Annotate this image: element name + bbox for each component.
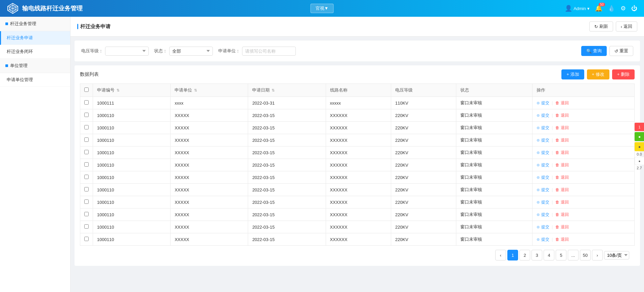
row-checkbox-10[interactable] bbox=[84, 224, 89, 229]
voltage-select[interactable]: 110KV 220KV 500KV bbox=[105, 47, 149, 56]
sidebar-item-unit-management-label: 申请单位管理 bbox=[7, 77, 33, 82]
float-btn-green[interactable]: ● bbox=[635, 132, 644, 141]
table-row: 1000110 XXXXX 2022-03-15 XXXXXX 220KV 窗口… bbox=[80, 147, 635, 159]
row-voltage-7: 220KV bbox=[391, 184, 456, 196]
row-id-6: 1000110 bbox=[93, 171, 171, 184]
notification-button[interactable]: 🔔 50 bbox=[595, 5, 602, 12]
page-50-button[interactable]: 50 bbox=[580, 250, 591, 260]
submit-link-9[interactable]: ⊙ 提交 bbox=[537, 212, 549, 218]
page-title: 杆迁业务申请 bbox=[77, 23, 110, 30]
return-link-3[interactable]: 🗑 退回 bbox=[555, 137, 568, 143]
row-line-7: XXXXXX bbox=[326, 184, 391, 196]
table-row: 1000110 XXXXX 2022-03-15 XXXXXX 220KV 窗口… bbox=[80, 221, 635, 233]
row-checkbox-7[interactable] bbox=[84, 187, 89, 191]
row-voltage-3: 220KV bbox=[391, 134, 456, 147]
row-voltage-10: 220KV bbox=[391, 221, 456, 233]
prev-page-button[interactable]: ‹ bbox=[495, 250, 506, 260]
page-2-button[interactable]: 2 bbox=[519, 250, 530, 260]
page-size-select[interactable]: 10条/页 20条/页 50条/页 bbox=[604, 251, 629, 259]
admin-button[interactable]: 👤 Admin ▾ bbox=[565, 5, 590, 12]
status-select[interactable]: 全部 窗口未审核 已审核 已退回 bbox=[169, 47, 213, 56]
row-line-5: XXXXXX bbox=[326, 159, 391, 171]
delete-button[interactable]: + 删除 bbox=[612, 69, 635, 79]
row-id-2: 1000110 bbox=[93, 122, 171, 134]
row-unit-9: XXXXX bbox=[171, 209, 248, 221]
sidebar-item-unit-management[interactable]: 申请单位管理 bbox=[0, 73, 70, 87]
row-checkbox-0[interactable] bbox=[84, 100, 89, 105]
row-checkbox-11[interactable] bbox=[84, 237, 89, 241]
sort-icon-unit[interactable]: ⇅ bbox=[194, 88, 197, 92]
page-5-button[interactable]: 5 bbox=[556, 250, 566, 260]
row-line-6: XXXXXX bbox=[326, 171, 391, 184]
sidebar-item-application[interactable]: 杆迁业务申请 bbox=[0, 31, 70, 45]
submit-link-6[interactable]: ⊙ 提交 bbox=[537, 175, 549, 180]
table-row: 1000110 XXXXX 2022-03-15 XXXXXX 220KV 窗口… bbox=[80, 209, 635, 221]
row-checkbox-cell bbox=[80, 97, 93, 109]
submit-link-2[interactable]: ⊙ 提交 bbox=[537, 125, 549, 131]
back-button[interactable]: ‹ 返回 bbox=[616, 21, 637, 32]
sort-icon-id[interactable]: ⇅ bbox=[117, 88, 120, 92]
submit-link-0[interactable]: ⊙ 提交 bbox=[537, 100, 549, 106]
settings-button[interactable]: ⚙ bbox=[620, 5, 626, 12]
org-selector-wrapper[interactable]: 官视▼ bbox=[311, 4, 334, 13]
return-link-11[interactable]: 🗑 退回 bbox=[555, 237, 568, 242]
return-link-4[interactable]: 🗑 退回 bbox=[555, 150, 568, 156]
query-button[interactable]: 🔍 查询 bbox=[581, 46, 607, 56]
return-link-8[interactable]: 🗑 退回 bbox=[555, 199, 568, 205]
row-checkbox-1[interactable] bbox=[84, 113, 89, 117]
row-checkbox-8[interactable] bbox=[84, 199, 89, 204]
page-3-button[interactable]: 3 bbox=[532, 250, 542, 260]
page-4-button[interactable]: 4 bbox=[544, 250, 554, 260]
return-link-5[interactable]: 🗑 退回 bbox=[555, 162, 568, 168]
return-link-2[interactable]: 🗑 退回 bbox=[555, 125, 568, 131]
sort-icon-date[interactable]: ⇅ bbox=[272, 88, 275, 92]
row-checkbox-4[interactable] bbox=[84, 150, 89, 154]
submit-link-5[interactable]: ⊙ 提交 bbox=[537, 162, 549, 168]
return-link-1[interactable]: 🗑 退回 bbox=[555, 113, 568, 118]
row-checkbox-3[interactable] bbox=[84, 137, 89, 142]
float-btn-yellow[interactable]: ● bbox=[635, 142, 644, 151]
sidebar-group-1-title: 杆迁业务管理 bbox=[10, 21, 36, 27]
row-checkbox-cell bbox=[80, 209, 93, 221]
page-1-button[interactable]: 1 bbox=[507, 250, 518, 260]
float-btn-neutral[interactable]: ● bbox=[635, 157, 644, 165]
add-button[interactable]: + 添加 bbox=[561, 69, 584, 79]
refresh-button[interactable]: ↻ 刷新 bbox=[589, 21, 613, 32]
submit-link-3[interactable]: ⊙ 提交 bbox=[537, 137, 549, 143]
row-unit-0: xxxx bbox=[171, 97, 248, 109]
action-sep-9: | bbox=[552, 212, 553, 217]
return-link-0[interactable]: 🗑 退回 bbox=[555, 100, 568, 106]
reset-button[interactable]: ↺ 重置 bbox=[609, 46, 633, 56]
submit-link-1[interactable]: ⊙ 提交 bbox=[537, 113, 549, 118]
row-status-1: 窗口未审核 bbox=[456, 109, 533, 122]
row-checkbox-5[interactable] bbox=[84, 162, 89, 167]
submit-link-7[interactable]: ⊙ 提交 bbox=[537, 187, 549, 193]
power-button[interactable]: ⏻ bbox=[631, 5, 637, 12]
drop-icon-button[interactable]: 💧 bbox=[608, 5, 615, 12]
table-area: 数据列表 + 添加 + 修改 + 删除 bbox=[75, 65, 640, 266]
edit-button[interactable]: + 修改 bbox=[587, 69, 609, 79]
group-icon-1 bbox=[5, 22, 8, 25]
return-link-7[interactable]: 🗑 退回 bbox=[555, 187, 568, 193]
return-link-6[interactable]: 🗑 退回 bbox=[555, 175, 568, 180]
row-checkbox-6[interactable] bbox=[84, 175, 89, 179]
return-link-10[interactable]: 🗑 退回 bbox=[555, 224, 568, 230]
row-checkbox-9[interactable] bbox=[84, 212, 89, 216]
company-input[interactable] bbox=[242, 47, 296, 56]
submit-link-10[interactable]: ⊙ 提交 bbox=[537, 224, 549, 230]
voltage-filter: 电压等级： 110KV 220KV 500KV bbox=[81, 47, 149, 56]
select-all-checkbox[interactable] bbox=[84, 87, 89, 92]
row-date-11: 2022-03-15 bbox=[248, 233, 326, 246]
return-link-9[interactable]: 🗑 退回 bbox=[555, 212, 568, 218]
refresh-icon: ↻ bbox=[594, 24, 598, 29]
row-checkbox-2[interactable] bbox=[84, 125, 89, 129]
sidebar-group-1: 杆迁业务管理 bbox=[0, 17, 70, 31]
submit-link-8[interactable]: ⊙ 提交 bbox=[537, 199, 549, 205]
org-selector-button[interactable]: 官视▼ bbox=[311, 4, 334, 13]
float-badge-1[interactable]: 1 bbox=[635, 122, 644, 131]
submit-link-11[interactable]: ⊙ 提交 bbox=[537, 237, 549, 242]
sidebar-item-closed-loop[interactable]: 杆迁业务闭环 bbox=[0, 45, 70, 59]
submit-link-4[interactable]: ⊙ 提交 bbox=[537, 150, 549, 156]
row-action-5: ⊙ 提交 | 🗑 退回 bbox=[533, 159, 635, 171]
next-page-button[interactable]: › bbox=[592, 250, 603, 260]
